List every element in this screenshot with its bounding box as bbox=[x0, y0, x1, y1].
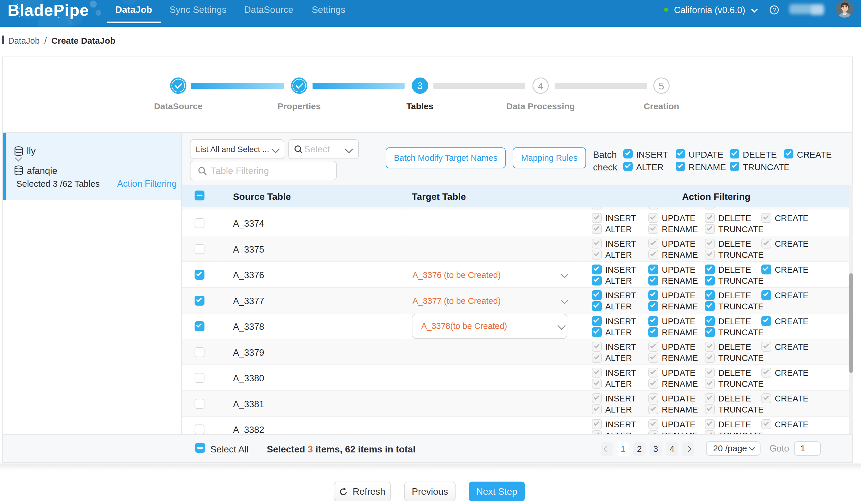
svg-text:?: ? bbox=[773, 7, 776, 13]
